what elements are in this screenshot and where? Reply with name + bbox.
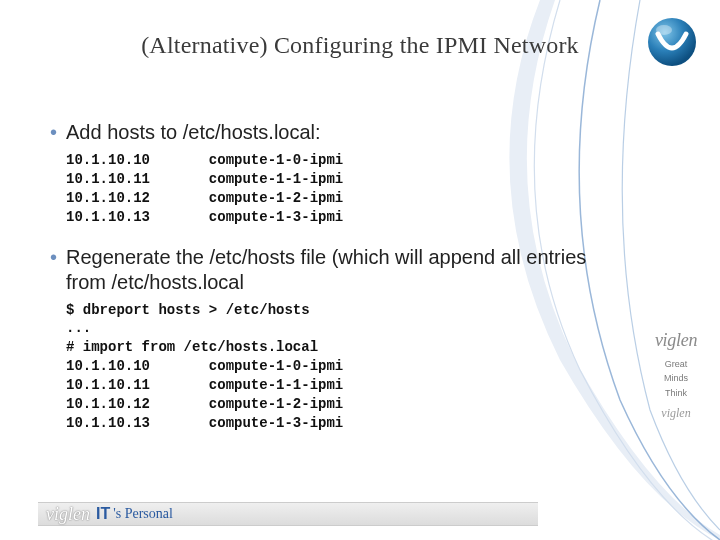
code-block-1: 10.1.10.10 compute-1-0-ipmi 10.1.10.11 c… xyxy=(66,151,610,227)
slide-body: • Add hosts to /etc/hosts.local: 10.1.10… xyxy=(50,120,610,451)
bullet-1: • Add hosts to /etc/hosts.local: xyxy=(50,120,610,145)
footer: viglen IT 's Personal xyxy=(0,498,600,540)
logo-icon xyxy=(644,14,700,70)
slide: (Alternative) Configuring the IPMI Netwo… xyxy=(0,0,720,540)
brand-name: viglen xyxy=(640,330,712,351)
brand-sidebar: viglen Great Minds Think viglen xyxy=(640,330,712,421)
footer-bar: viglen IT 's Personal xyxy=(38,502,538,526)
tag-line-1: Great xyxy=(640,357,712,371)
tag-line-3: Think xyxy=(640,386,712,400)
brand-tagline: Great Minds Think xyxy=(640,357,712,400)
footer-slogan: 's Personal xyxy=(113,506,173,522)
tag-line-2: Minds xyxy=(640,371,712,385)
footer-brand: viglen xyxy=(46,504,90,525)
svg-point-0 xyxy=(648,18,696,66)
bullet-1-text: Add hosts to /etc/hosts.local: xyxy=(66,120,610,145)
bullet-icon: • xyxy=(50,245,66,270)
bullet-2: • Regenerate the /etc/hosts file (which … xyxy=(50,245,610,295)
slide-title: (Alternative) Configuring the IPMI Netwo… xyxy=(0,32,720,59)
footer-it: IT xyxy=(96,505,110,523)
bullet-2-text: Regenerate the /etc/hosts file (which wi… xyxy=(66,245,610,295)
bullet-icon: • xyxy=(50,120,66,145)
brand-mini: viglen xyxy=(640,406,712,421)
code-block-2: $ dbreport hosts > /etc/hosts ... # impo… xyxy=(66,301,610,433)
svg-point-1 xyxy=(656,25,672,35)
